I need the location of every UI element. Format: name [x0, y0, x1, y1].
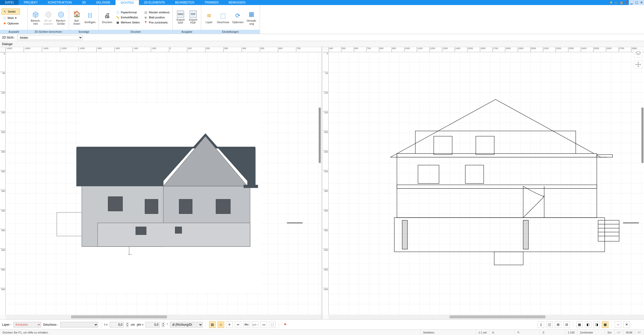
canvas-right[interactable] — [329, 52, 644, 315]
raender-button[interactable]: ◫Ränder einblend. — [143, 10, 171, 15]
move-tool-icon[interactable] — [634, 60, 642, 69]
l-input[interactable] — [110, 322, 124, 327]
group-drucken-label: Drucken — [99, 30, 172, 34]
geschoss2-label: Geschoss : — [43, 323, 58, 326]
optionen-button[interactable]: ✚ Optionen — [2, 21, 20, 26]
svg-rect-35 — [476, 136, 494, 155]
hatch2-icon[interactable]: ▤ — [218, 321, 224, 328]
folder-icon[interactable]: 🗂 — [614, 0, 619, 5]
tab-sichten[interactable]: SICHTEN — [115, 0, 139, 5]
verwaltung-button[interactable]: ▦ Verwalt- ung — [245, 9, 258, 26]
plus-icon: ✚ — [3, 21, 7, 25]
svg-rect-32 — [397, 185, 597, 189]
pages-icon: ▦ — [116, 20, 120, 24]
tab-3d[interactable]: 3D — [77, 0, 91, 5]
selekt-button[interactable]: ↖ Selekt — [2, 9, 20, 15]
view1-icon[interactable]: ▯ — [538, 321, 544, 328]
abc-icon[interactable]: Abc — [243, 321, 250, 328]
tab-2d-elemente[interactable]: 2D-ELEMENTE — [139, 0, 170, 5]
layer-label: Layer — [206, 21, 213, 24]
view-label: 2D Sicht : — [2, 36, 15, 39]
dim-icon[interactable]: 1,2↔ — [252, 321, 258, 328]
hatch1-icon[interactable]: ▨ — [209, 321, 216, 328]
view4-icon[interactable]: ⊟ — [563, 321, 570, 328]
dialog-label: Dialoge: — [2, 42, 13, 46]
phi-unit: ° — [167, 323, 168, 326]
mode-select[interactable]: dl (Richtung/Di — [170, 322, 203, 327]
optionen2-button[interactable]: ⟳ Optionen — [231, 11, 245, 24]
tab-gelaende[interactable]: GELÄNDE — [91, 0, 115, 5]
geschoss-select[interactable] — [60, 322, 98, 327]
printer-icon: 🖨 — [103, 11, 112, 20]
flag-icon[interactable]: ⚑ — [282, 321, 288, 328]
maximize-icon[interactable]: ▢ — [634, 0, 639, 5]
hscroll-right[interactable] — [329, 315, 644, 319]
svg-rect-47 — [494, 252, 523, 265]
tab-datei[interactable]: DATEI — [0, 0, 19, 5]
section-drawing — [329, 52, 644, 315]
layer-label: Layer : — [2, 323, 11, 326]
anpassen-label: 3D an- passen — [44, 19, 53, 25]
rechen-label: Rechn+ Größe — [56, 19, 66, 25]
pos-button[interactable]: 📍Pos zurücksetz. — [143, 20, 171, 25]
tab-trimmen[interactable]: TRIMMEN — [199, 0, 224, 5]
svg-rect-42 — [598, 220, 619, 241]
export-dxf-button[interactable]: DWG Export DXF — [174, 10, 187, 25]
status-help: Drücken Sie F1, um Hilfe zu erhalten. — [0, 330, 421, 335]
close-icon[interactable]: ✕ — [639, 0, 644, 5]
grid1-icon[interactable]: ▦ — [576, 321, 583, 328]
view-select[interactable]: hinten — [17, 35, 83, 40]
tab-konstruktion[interactable]: KONSTRUKTION — [43, 0, 77, 5]
help-icon[interactable]: ❓ — [624, 0, 629, 5]
view3-icon[interactable]: ⊞ — [555, 321, 561, 328]
box1-icon[interactable]: ▭ — [260, 321, 267, 328]
snap2-icon[interactable]: ✕ — [623, 321, 630, 328]
hscroll-left[interactable] — [6, 315, 321, 319]
export-pdf-button[interactable]: PDF Export PDF — [187, 10, 199, 25]
rechen-button[interactable]: Rechn+ Größe — [55, 9, 67, 26]
einfuegen-button[interactable]: ⁞⁞ Einfügen — [83, 11, 97, 24]
group-auswahl-label: Auswahl — [0, 30, 27, 34]
papierformat-button[interactable]: 📄Papierformat — [115, 10, 141, 15]
vscroll-left[interactable] — [319, 52, 321, 315]
phi-input[interactable] — [145, 322, 160, 327]
anpassen-button[interactable]: 3D an- passen — [42, 9, 55, 26]
line2-icon[interactable]: ═ — [235, 321, 241, 328]
grid2-icon[interactable]: ◧ — [585, 321, 591, 328]
vscroll-right[interactable] — [641, 52, 644, 315]
line1-icon[interactable]: ≡ — [226, 321, 233, 328]
tab-bemassen[interactable]: BEMASSEN — [224, 0, 251, 5]
layer-select[interactable]: Konturen — [13, 322, 41, 327]
blatt-label: Blatt position. — [149, 16, 165, 19]
window-icon[interactable]: ▣ — [619, 0, 624, 5]
minimize-icon[interactable]: ▁ — [629, 0, 634, 5]
box2-icon[interactable]: ⬚ — [269, 321, 276, 328]
mark-button[interactable]: ⬚ Mark. ▾ — [2, 15, 20, 21]
border-icon: ◫ — [144, 10, 148, 14]
berechnen-button[interactable]: Berech- nen — [29, 9, 42, 26]
geschoss-button[interactable]: ⬚ Geschoss — [215, 11, 231, 24]
svg-rect-17 — [108, 197, 123, 211]
einheit-button[interactable]: 📏Einheit/Maßst. — [115, 15, 141, 20]
mehrere-button[interactable]: ▦Mehrere Seiten — [115, 20, 141, 25]
mark-label: Mark. — [8, 16, 15, 19]
drucken-button[interactable]: 🖨 Drucken — [100, 11, 114, 24]
ruler-horizontal-right: 4005006007008009001000110012001300140015… — [329, 47, 644, 52]
l-spinner[interactable]: ▲▼ — [126, 322, 129, 327]
snap1-icon[interactable]: ↔ — [615, 321, 621, 328]
floor-icon: ⬚ — [219, 11, 228, 20]
canvas-left[interactable] — [6, 52, 321, 315]
grid3-icon[interactable]: ◨ — [593, 321, 600, 328]
phi-spinner[interactable]: ▲▼ — [162, 322, 165, 327]
aufloesen-button[interactable]: 🏠 Auf- lösen — [71, 9, 83, 26]
tools-icon[interactable]: ✖ — [609, 0, 614, 5]
blatt-button[interactable]: ◎Blatt position. — [143, 15, 171, 20]
grid4-icon[interactable]: ▩ — [602, 321, 608, 328]
phi-label: phi = — [137, 323, 143, 326]
cube-icon-2 — [44, 10, 53, 19]
tab-bearbeiten[interactable]: BEARBEITEN — [170, 0, 199, 5]
tab-projekt[interactable]: PROJEKT — [19, 0, 43, 5]
layer-button[interactable]: ≋ Layer — [203, 11, 215, 24]
layers-tool-icon[interactable] — [634, 49, 642, 58]
view2-icon[interactable]: ◫ — [546, 321, 553, 328]
